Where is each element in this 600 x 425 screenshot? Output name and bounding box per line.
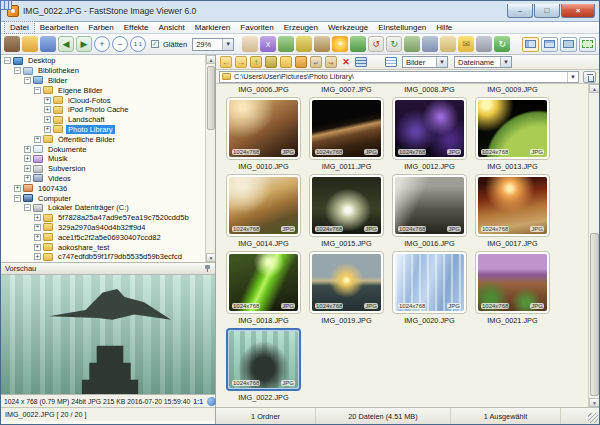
thumbnail-img-0020[interactable]: 1024x768JPG IMG_0020.JPG (388, 251, 471, 328)
thumbnail-img-0014[interactable]: 1024x768JPG IMG_0014.JPG (222, 174, 305, 251)
tree-item-hash-folder-2[interactable]: 329a2970a940d4b32ff9d4 (1, 223, 215, 233)
filename-label[interactable]: IMG_0006.JPG (222, 85, 305, 97)
tree-item-oeffentliche-bilder[interactable]: Öffentliche Bilder (1, 134, 215, 144)
compare-icon[interactable]: X (260, 36, 276, 52)
expand-icon[interactable] (44, 116, 51, 123)
scroll-up-icon[interactable]: ▲ (589, 84, 599, 93)
tree-item-hash-folder-3[interactable]: ace1f5c2f2a5e06930407ccd82 (1, 232, 215, 242)
menu-farben[interactable]: Farben (83, 22, 118, 33)
thumbnail-img-0010[interactable]: 1024x768JPG IMG_0010.JPG (222, 97, 305, 174)
collapse-icon[interactable] (4, 57, 11, 64)
recycle-bin-button[interactable] (583, 71, 596, 83)
tree-item-desktop[interactable]: Desktop (1, 56, 215, 66)
expand-icon[interactable] (44, 106, 51, 113)
up-folder-icon[interactable]: ↑ (250, 56, 262, 68)
tree-item-ipod-photo-cache[interactable]: iPod Photo Cache (1, 105, 215, 115)
expand-icon[interactable] (24, 155, 31, 162)
resize-grip[interactable] (588, 413, 598, 423)
collapse-icon[interactable] (34, 87, 41, 94)
view-thumbnails-icon[interactable] (355, 56, 367, 68)
tree-item-bilder[interactable]: Bilder (1, 76, 215, 86)
expand-icon[interactable] (24, 175, 31, 182)
expand-icon[interactable] (34, 253, 41, 260)
menu-effekte[interactable]: Effekte (119, 22, 154, 33)
tree-item-photo-library[interactable]: Photo Library (1, 125, 215, 135)
tree-item-c-drive[interactable]: Lokaler Datenträger (C:) (1, 203, 215, 213)
effects-icon[interactable]: ☀ (332, 36, 348, 52)
view-list-icon[interactable] (385, 56, 397, 68)
scroll-down-icon[interactable]: ▼ (589, 398, 599, 407)
tree-item-hash-folder-4[interactable]: c747edfdb59f1f79db5535d59b3ecfcd (1, 252, 215, 262)
zoom-out-icon[interactable]: − (112, 36, 128, 52)
collapse-icon[interactable] (24, 204, 31, 211)
tree-item-icloud-fotos[interactable]: iCloud-Fotos (1, 95, 215, 105)
thumbnail-img-0022-selected[interactable]: 1024x768JPG IMG_0022.JPG (222, 328, 305, 405)
save-icon[interactable] (40, 36, 56, 52)
close-button[interactable]: × (561, 4, 595, 18)
chevron-down-icon[interactable]: ▼ (222, 39, 233, 50)
preview-image[interactable] (1, 275, 215, 394)
menu-werkzeuge[interactable]: Werkzeuge (323, 22, 373, 33)
back-icon[interactable]: ← (220, 56, 232, 68)
tag-icon[interactable] (296, 36, 312, 52)
menu-datei[interactable]: Datei (4, 21, 35, 34)
open-file-icon[interactable] (22, 36, 38, 52)
rotate-left-icon[interactable]: ↺ (368, 36, 384, 52)
thumbnail-img-0021[interactable]: 1024x768JPG IMG_0021.JPG (471, 251, 554, 328)
forward-icon[interactable]: → (235, 56, 247, 68)
minimize-button[interactable]: – (507, 4, 533, 18)
thumbnail-img-0011[interactable]: 1024x768JPG IMG_0011.JPG (305, 97, 388, 174)
tree-item-musik[interactable]: Musik (1, 154, 215, 164)
previous-image-icon[interactable]: ◀ (58, 36, 74, 52)
move-to-folder-icon[interactable] (295, 56, 307, 68)
tree-item-1607436[interactable]: 1607436 (1, 183, 215, 193)
maximize-button[interactable]: □ (534, 4, 560, 18)
filter-select[interactable]: Bilder ▼ (402, 56, 448, 68)
layout-browser-button[interactable] (541, 37, 558, 52)
smooth-label[interactable]: Glätten (163, 40, 187, 49)
delete-icon[interactable]: ✕ (340, 56, 352, 68)
tree-item-hash-folder-1[interactable]: 5f7828a25a47ad9e57ea19c7520cdd5b (1, 213, 215, 223)
expand-icon[interactable] (44, 97, 51, 104)
scroll-down-icon[interactable]: ▼ (206, 253, 215, 262)
browse-icon[interactable] (4, 36, 20, 52)
layout-full-window-button[interactable] (560, 37, 577, 52)
menu-ansicht[interactable]: Ansicht (154, 22, 190, 33)
filename-label[interactable]: IMG_0009.JPG (471, 85, 554, 97)
sort-select[interactable]: Dateiname ▼ (454, 56, 512, 68)
zoom-select[interactable]: 29% ▼ (192, 38, 234, 51)
scan-icon[interactable] (440, 36, 456, 52)
filename-label[interactable]: IMG_0007.JPG (305, 85, 388, 97)
layout-fullscreen-button[interactable] (579, 37, 596, 52)
grid-scroll-thumb[interactable] (590, 233, 599, 396)
tree-item-aokoshare-test[interactable]: aokoshare_test (1, 242, 215, 252)
resize-icon[interactable] (404, 36, 420, 52)
select-icon[interactable] (278, 36, 294, 52)
actual-size-icon[interactable] (207, 397, 216, 406)
copy-file-icon[interactable]: ↵ (310, 56, 322, 68)
menu-markieren[interactable]: Markieren (190, 22, 236, 33)
expand-icon[interactable] (44, 126, 51, 133)
filename-label[interactable]: IMG_0008.JPG (388, 85, 471, 97)
smooth-checkbox[interactable]: ✓ (151, 40, 159, 48)
expand-icon[interactable] (14, 185, 21, 192)
expand-icon[interactable] (34, 244, 41, 251)
expand-icon[interactable] (24, 146, 31, 153)
thumbnail-img-0013[interactable]: 1024x768JPG IMG_0013.JPG (471, 97, 554, 174)
tree-item-computer[interactable]: Computer (1, 193, 215, 203)
zoom-in-icon[interactable]: + (94, 36, 110, 52)
thumbnail-img-0015[interactable]: 1024x768JPG IMG_0015.JPG (305, 174, 388, 251)
thumbnail-img-0012[interactable]: 1024x768JPG IMG_0012.JPG (388, 97, 471, 174)
tree-item-bibliotheken[interactable]: Bibliotheken (1, 66, 215, 76)
tree-scroll-thumb[interactable] (207, 66, 215, 130)
actual-size-icon[interactable]: 1:1 (130, 36, 146, 52)
chevron-down-icon[interactable]: ▼ (567, 72, 578, 82)
collapse-icon[interactable] (14, 195, 21, 202)
expand-icon[interactable] (34, 214, 41, 221)
thumbnail-img-0016[interactable]: 1024x768JPG IMG_0016.JPG (388, 174, 471, 251)
tree-scrollbar[interactable]: ▲ ▼ (205, 55, 215, 262)
collapse-icon[interactable] (14, 67, 21, 74)
tree-item-videos[interactable]: Videos (1, 174, 215, 184)
print-icon[interactable] (476, 36, 492, 52)
menu-erzeugen[interactable]: Erzeugen (279, 22, 323, 33)
